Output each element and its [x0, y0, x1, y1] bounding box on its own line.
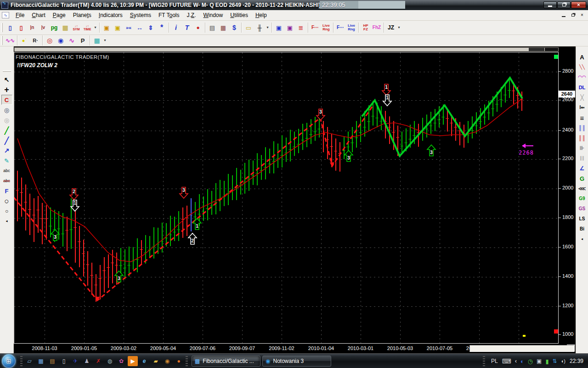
zoom-window-tool[interactable]: ◎ [1, 105, 12, 115]
bars-pattern-tool[interactable]: ⊪ [577, 143, 588, 153]
print-button[interactable]: ▤ [207, 22, 218, 33]
menu-item-page[interactable]: Page [49, 11, 69, 20]
live-range-blue-button[interactable]: Live Rng [346, 22, 357, 33]
angle-lines-tool[interactable]: ∠ [577, 163, 588, 173]
keyboard-icon[interactable]: ⌨ [502, 358, 511, 364]
menu-item-help[interactable]: Help [252, 11, 271, 20]
collapse-tray-icon[interactable]: ‹ [515, 358, 517, 364]
internet-explorer-icon[interactable]: e [139, 356, 149, 366]
ellipse-small-tool[interactable]: ○ [1, 206, 12, 216]
mdi-restore-button[interactable] [570, 12, 576, 18]
page-button[interactable]: pg [49, 22, 60, 33]
blue-bird-app-icon[interactable]: ✈ [70, 356, 80, 366]
chart-horizontal-scrollbar[interactable] [14, 47, 559, 52]
gs-tool[interactable]: GS [577, 204, 588, 214]
menu-item-planets[interactable]: Planets [69, 11, 95, 20]
photo-app-icon[interactable]: ✿ [116, 356, 126, 366]
jz-dropdown[interactable]: ▾ [396, 22, 401, 33]
candle-style-button[interactable]: ╫ [254, 22, 265, 33]
intraday-n-button[interactable]: |n [27, 22, 38, 33]
f-live-blue-button[interactable]: F⋯ [335, 22, 346, 33]
clock-tray-icon[interactable]: ◷ [528, 358, 533, 364]
show-desktop-icon[interactable]: ▱ [24, 356, 34, 366]
arrow-line-tool[interactable]: ↗ [1, 145, 12, 155]
close-button[interactable]: × [571, 1, 586, 8]
intraday-v-button[interactable]: |v [38, 22, 49, 33]
traffic-light-button[interactable]: ● [192, 22, 204, 33]
taskbar-clock[interactable]: 22:39 [570, 358, 583, 364]
menu-item-utilities[interactable]: Utilities [226, 11, 252, 20]
p-wave-button[interactable]: P [77, 35, 88, 46]
new-window-button[interactable]: ▣ [112, 22, 123, 33]
folder-icon[interactable]: ▰ [151, 356, 161, 366]
menu-item-window[interactable]: Window [200, 11, 227, 20]
network-tray-icon[interactable]: ⇅ [553, 358, 557, 364]
time-dropdown[interactable]: ▾ [93, 22, 98, 33]
f-live-red-button[interactable]: F⋯ [310, 22, 321, 33]
g9-tool[interactable]: G9 [577, 194, 588, 204]
trendlines-tool[interactable]: ╲╲ [577, 62, 588, 72]
pencil-tool[interactable]: ✎ [1, 155, 12, 166]
minimize-button[interactable] [543, 1, 557, 8]
ms-app-icon[interactable]: ✗ [93, 356, 103, 366]
jz-button[interactable]: JZ [385, 22, 396, 33]
chart-window-blue-button[interactable]: ▣ [273, 22, 284, 33]
trendline-green-tool[interactable]: ╱ [1, 125, 12, 135]
scrollbar-thumb[interactable] [529, 48, 544, 51]
stripes-button[interactable]: ≣ [295, 22, 306, 33]
scroll-left-tool[interactable]: ◂ [1, 216, 12, 226]
planet-dot-button[interactable]: ●˙ [19, 35, 30, 46]
fibonacci-f-tool[interactable]: F [1, 186, 12, 196]
fan-lines-tool[interactable]: ⋘ [577, 184, 588, 194]
ellipse-large-tool[interactable]: ○ [1, 196, 12, 206]
menu-item-indicators[interactable]: Indicators [95, 11, 126, 20]
planet-r-button[interactable]: R· [30, 35, 41, 46]
firefox-icon[interactable]: ● [174, 356, 184, 366]
start-button[interactable]: ⊞ [2, 354, 16, 368]
parallel-lines-tool[interactable]: ∥∥ [577, 153, 588, 163]
expand-bars-button[interactable]: ↔ [134, 22, 145, 33]
pointer-tool[interactable]: ↖ [1, 75, 12, 85]
language-indicator[interactable]: PL [491, 358, 498, 364]
trendline-blue-tool[interactable]: ╱ [1, 135, 12, 145]
arcs-tool[interactable]: ◠◠ [577, 72, 588, 82]
vertical-scale-button[interactable]: ⇕ [145, 22, 156, 33]
monitor-tray-icon[interactable]: ▣ [537, 358, 542, 364]
menu-item-fttools[interactable]: FT Tools [155, 11, 183, 20]
chart-plot[interactable]: FIBONACCI/GALACTIC TRADER(TM) !!FW20 ZOL… [14, 52, 559, 344]
text-tool-button[interactable]: T [181, 22, 192, 33]
zoom-window-disabled-tool[interactable]: ◎ [1, 115, 12, 125]
ls-tool[interactable]: LS [577, 214, 588, 224]
scroll-left-tool[interactable]: ◂ [577, 234, 588, 244]
chart-window-purple-button[interactable]: ▣ [284, 22, 295, 33]
mdi-minimize-button[interactable] [560, 12, 567, 18]
c-indicator-tool[interactable]: C [1, 95, 12, 105]
recycle-bin-icon[interactable]: ◍ [105, 356, 115, 366]
time-button[interactable]: ↓↑ TIME [82, 22, 93, 33]
candle-dropdown[interactable]: ▾ [265, 22, 270, 33]
menu-item-chart[interactable]: Chart [28, 11, 49, 20]
notepad-icon[interactable]: ▯ [59, 356, 69, 366]
menu-item-jz[interactable]: J.Z. [183, 11, 199, 20]
taskbar-button-notowania-3[interactable]: ◉Notowania 3 [262, 356, 331, 367]
symbol-button[interactable]: ↓↑ SYM [71, 22, 82, 33]
window-switcher-icon[interactable]: ▦ [36, 356, 46, 366]
open-chart-button[interactable]: ▯ [16, 22, 27, 33]
concentric-circles-button[interactable]: ◎ [44, 35, 55, 46]
taskbar-button-fibonacci-galactic-[interactable]: ▩Fibonacci/Galactic ... [192, 356, 260, 367]
ruler-button[interactable]: ▭ [243, 22, 254, 33]
chess-app-icon[interactable]: ♟ [82, 356, 92, 366]
restore-button[interactable] [557, 1, 571, 8]
media-player-icon[interactable]: ▶ [128, 356, 138, 366]
explorer-icon[interactable]: ▤ [47, 356, 57, 366]
wave-line-button[interactable]: ∿ [66, 35, 77, 46]
vertical-lines-blue-tool[interactable]: ║║ [577, 123, 588, 133]
calendar-button[interactable]: ▦ [218, 22, 229, 33]
compress-bars-button[interactable]: »« [123, 22, 134, 33]
i-retracement-tool[interactable]: I⇐ [577, 103, 588, 113]
horizontal-lines-tool[interactable]: ≡ [577, 113, 588, 123]
dl-tool[interactable]: DL [577, 82, 588, 92]
gann-g-tool[interactable]: G [577, 173, 588, 184]
text-a-tool[interactable]: A [577, 52, 588, 62]
crosshair-tool[interactable]: + [1, 85, 12, 95]
